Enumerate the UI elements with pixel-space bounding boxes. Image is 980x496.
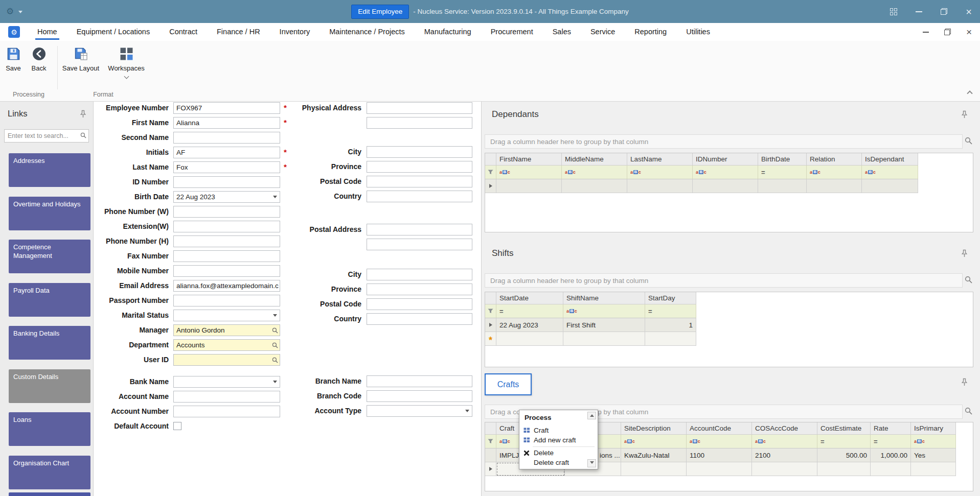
menu-item-add-new-craft[interactable]: Add new craft xyxy=(519,435,598,445)
save-button[interactable]: Save xyxy=(1,44,26,72)
grid-row[interactable]: 22 Aug 2023First Shift1 xyxy=(485,318,696,332)
field-second-name[interactable] xyxy=(173,132,280,144)
column-header-rate[interactable]: Rate xyxy=(871,422,911,435)
column-header-middlename[interactable]: MiddleName xyxy=(562,153,627,166)
tab-contract[interactable]: Contract xyxy=(159,23,207,41)
link-addresses[interactable]: Addresses xyxy=(9,153,90,187)
tab-reporting[interactable]: Reporting xyxy=(625,23,676,41)
link-competence-management[interactable]: Competence Management xyxy=(9,240,90,273)
field-branch-name[interactable] xyxy=(367,375,472,387)
grid-cell[interactable] xyxy=(911,462,956,476)
tab-equipment-locations[interactable]: Equipment / Locations xyxy=(67,23,159,41)
grid-cell[interactable] xyxy=(496,179,562,193)
checkbox-default-account[interactable] xyxy=(173,422,181,430)
collapse-ribbon-icon[interactable] xyxy=(968,87,972,96)
field-account-type[interactable] xyxy=(367,405,472,417)
link-overtime-and-holidays[interactable]: Overtime and Holidays xyxy=(9,197,90,230)
tab-inventory[interactable]: Inventory xyxy=(270,23,320,41)
field-city[interactable] xyxy=(367,146,472,158)
field-province[interactable] xyxy=(367,161,472,173)
tab-manufacturing[interactable]: Manufacturing xyxy=(415,23,481,41)
filter-cell-relation[interactable]: aBc xyxy=(807,166,862,179)
filter-cell-idnumber[interactable]: aBc xyxy=(693,166,758,179)
scroll-up-icon[interactable] xyxy=(587,412,596,419)
grid-cell[interactable]: KwaZulu-Natal xyxy=(621,448,687,462)
filter-cell-firstname[interactable]: aBc xyxy=(496,166,562,179)
column-header-firstname[interactable]: FirstName xyxy=(496,153,562,166)
ribbon-options-icon[interactable] xyxy=(890,8,897,15)
filter-cell-cosacccode[interactable]: aBc xyxy=(752,435,817,448)
column-header-costestimate[interactable]: CostEstimate xyxy=(817,422,871,435)
workspaces-dropdown-icon[interactable] xyxy=(104,72,148,80)
column-header-cosacccode[interactable]: COSAccCode xyxy=(752,422,817,435)
field-country[interactable] xyxy=(367,191,472,202)
field-physical-address[interactable] xyxy=(367,102,472,114)
grid-cell[interactable] xyxy=(645,332,696,346)
column-header-shiftname[interactable]: ShiftName xyxy=(563,292,645,304)
dependants-group-hint[interactable]: Drag a column header here to group by th… xyxy=(485,134,963,149)
column-header-relation[interactable]: Relation xyxy=(807,153,862,166)
grid-cell[interactable] xyxy=(862,179,918,193)
links-pin-icon[interactable] xyxy=(80,110,86,120)
lookup-search-icon[interactable] xyxy=(270,340,280,350)
tab-home[interactable]: Home xyxy=(28,23,67,41)
column-header-birthdate[interactable]: BirthDate xyxy=(758,153,807,166)
lookup-search-icon[interactable] xyxy=(270,355,280,365)
filter-cell-startday[interactable]: = xyxy=(645,304,696,318)
field-manager[interactable]: Antonio Gordon xyxy=(173,324,280,336)
grid-cell[interactable] xyxy=(758,179,807,193)
grid-cell[interactable]: First Shift xyxy=(563,318,645,332)
grid-cell[interactable] xyxy=(562,179,627,193)
field-postal-code[interactable] xyxy=(367,176,472,187)
link-payroll-data[interactable]: Payroll Data xyxy=(9,283,90,317)
close-icon[interactable]: × xyxy=(966,7,972,17)
field-branch-code[interactable] xyxy=(367,390,472,402)
dependants-search-icon[interactable] xyxy=(965,137,972,147)
column-header-isdependant[interactable]: IsDependant xyxy=(862,153,918,166)
filter-cell-rate[interactable]: = xyxy=(871,435,911,448)
save-layout-button[interactable]: Save Layout xyxy=(61,44,100,72)
filter-cell-sitedescription[interactable]: aBc xyxy=(621,435,687,448)
grid-cell[interactable]: 22 Aug 2023 xyxy=(496,318,563,332)
tab-sales[interactable]: Sales xyxy=(543,23,581,41)
workspaces-button[interactable]: Workspaces xyxy=(104,44,148,80)
field-address-line[interactable] xyxy=(367,239,472,250)
grid-cell[interactable]: 1,000.00 xyxy=(871,448,911,462)
filter-cell-middlename[interactable]: aBc xyxy=(562,166,627,179)
filter-cell-isprimary[interactable]: aBc xyxy=(911,435,956,448)
shifts-search-icon[interactable] xyxy=(965,276,972,286)
field-postal-address[interactable] xyxy=(367,224,472,235)
grid-cell[interactable] xyxy=(752,462,817,476)
tab-finance-hr[interactable]: Finance / HR xyxy=(207,23,270,41)
tab-maintenance-projects[interactable]: Maintenance / Projects xyxy=(320,23,415,41)
crafts-pin-icon[interactable] xyxy=(961,378,968,388)
grid-cell[interactable] xyxy=(627,179,693,193)
filter-cell-birthdate[interactable]: = xyxy=(758,166,807,179)
column-header-idnumber[interactable]: IDNumber xyxy=(693,153,758,166)
grid-row[interactable] xyxy=(485,179,918,193)
field-phone-number-w[interactable] xyxy=(173,206,280,218)
tab-procurement[interactable]: Procurement xyxy=(481,23,543,41)
menu-item-delete-craft[interactable]: Delete craft xyxy=(519,458,598,467)
column-header-startday[interactable]: StartDay xyxy=(645,292,696,304)
crafts-panel-title[interactable]: Crafts xyxy=(485,373,532,395)
filter-cell-accountcode[interactable]: aBc xyxy=(687,435,752,448)
child-restore-icon[interactable] xyxy=(944,29,951,35)
filter-cell-startdate[interactable]: = xyxy=(496,304,563,318)
dependants-pin-icon[interactable] xyxy=(961,110,968,121)
column-header-startdate[interactable]: StartDate xyxy=(496,292,563,304)
grid-cell[interactable] xyxy=(563,332,645,346)
grid-cell[interactable] xyxy=(871,462,911,476)
field-city[interactable] xyxy=(367,269,472,280)
child-close-icon[interactable]: × xyxy=(966,27,972,37)
tab-service[interactable]: Service xyxy=(581,23,625,41)
grid-cell[interactable]: Yes xyxy=(911,448,956,462)
restore-icon[interactable] xyxy=(941,8,947,15)
filter-cell-costestimate[interactable]: = xyxy=(817,435,871,448)
shifts-group-hint[interactable]: Drag a column header here to group by th… xyxy=(485,273,963,288)
shifts-pin-icon[interactable] xyxy=(961,249,968,259)
filter-cell-isdependant[interactable]: aBc xyxy=(862,166,918,179)
column-header-isprimary[interactable]: IsPrimary xyxy=(911,422,956,435)
field-user-id[interactable] xyxy=(173,354,280,366)
link-custom-details[interactable]: Custom Details xyxy=(9,369,90,403)
